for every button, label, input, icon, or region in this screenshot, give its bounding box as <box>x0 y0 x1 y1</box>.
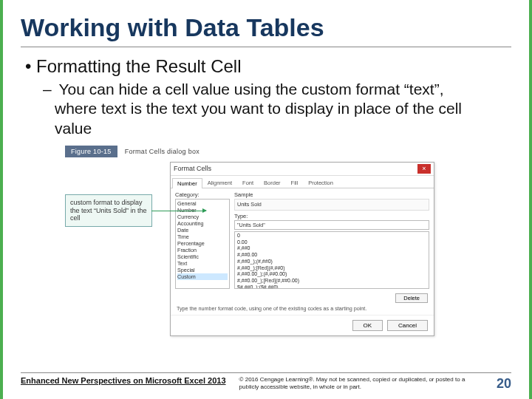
slide-footer: Enhanced New Perspectives on Microsoft E… <box>21 372 511 392</box>
dialog-tabs: Number Alignment Font Border Fill Protec… <box>171 176 434 188</box>
close-icon[interactable]: × <box>417 164 431 174</box>
category-item[interactable]: Accounting <box>177 220 228 227</box>
right-column: Sample Units Sold Type: "Units Sold" 0 0… <box>234 191 429 289</box>
delete-row: Delete <box>171 292 434 303</box>
figure-badge: Figure 10-15 <box>65 146 117 157</box>
type-input[interactable]: "Units Sold" <box>234 220 429 230</box>
category-item[interactable]: Scientific <box>177 253 228 260</box>
category-item[interactable]: Special <box>177 267 228 273</box>
cancel-button[interactable]: Cancel <box>387 320 428 331</box>
tab-fill[interactable]: Fill <box>286 177 304 188</box>
category-column: Category: General Number Currency Accoun… <box>175 191 230 289</box>
figure-caption: Format Cells dialog box <box>125 148 200 155</box>
slide-title: Working with Data Tables <box>21 13 511 47</box>
callout-column: custom format to display the text “Units… <box>65 162 170 227</box>
category-item[interactable]: Date <box>177 227 228 233</box>
category-item[interactable]: General <box>177 200 228 207</box>
sample-label: Sample <box>234 191 429 198</box>
slide: Working with Data Tables Formatting the … <box>0 0 532 399</box>
delete-button[interactable]: Delete <box>395 293 428 303</box>
figure: Figure 10-15 Format Cells dialog box cus… <box>65 146 511 336</box>
callout-box: custom format to display the text “Units… <box>65 194 152 227</box>
format-item[interactable]: 0 <box>237 233 426 239</box>
bullet-level-2: – You can hide a cell value using the cu… <box>55 80 482 138</box>
format-item[interactable]: #,##0_);(#,##0) <box>237 259 426 265</box>
tab-number[interactable]: Number <box>172 178 202 188</box>
bullet-level-1: Formatting the Result Cell <box>25 56 511 77</box>
callout-text: custom format to display the text “Units… <box>70 199 147 222</box>
dialog-title: Format Cells <box>174 165 211 172</box>
format-cells-dialog: Format Cells × Number Alignment Font Bor… <box>170 162 434 336</box>
bullet2-text: You can hide a cell value using the cust… <box>55 81 462 137</box>
dash-icon: – <box>43 80 55 99</box>
format-item[interactable]: #,##0 <box>237 245 426 252</box>
category-item[interactable]: Text <box>177 260 228 267</box>
category-item-selected[interactable]: Custom <box>177 273 228 280</box>
footer-book-title: Enhanced New Perspectives on Microsoft E… <box>21 376 226 385</box>
bullet1-text: Formatting the Result Cell <box>36 56 241 76</box>
format-item[interactable]: #,##0.00_);[Red](#,##0.00) <box>237 278 426 284</box>
format-item[interactable]: $#,##0_);($#,##0) <box>237 284 426 289</box>
figure-header: Figure 10-15 Format Cells dialog box <box>65 146 511 157</box>
format-item[interactable]: 0.00 <box>237 239 426 246</box>
dialog-buttons: OK Cancel <box>171 315 434 335</box>
tab-font[interactable]: Font <box>237 177 259 188</box>
figure-body: custom format to display the text “Units… <box>65 162 511 336</box>
format-item[interactable]: #,##0.00_);(#,##0.00) <box>237 271 426 278</box>
tab-alignment[interactable]: Alignment <box>202 177 237 188</box>
sample-box: Units Sold <box>234 199 429 211</box>
category-item[interactable]: Fraction <box>177 247 228 253</box>
category-item[interactable]: Percentage <box>177 240 228 247</box>
dialog-titlebar: Format Cells × <box>171 163 434 176</box>
category-item[interactable]: Currency <box>177 214 228 220</box>
tab-protection[interactable]: Protection <box>303 177 338 188</box>
format-item[interactable]: #,##0_);[Red](#,##0) <box>237 265 426 272</box>
format-list[interactable]: 0 0.00 #,##0 #,##0.00 #,##0_);(#,##0) #,… <box>234 231 429 289</box>
page-number: 20 <box>497 376 511 392</box>
arrow-icon <box>151 211 206 211</box>
tab-border[interactable]: Border <box>259 177 286 188</box>
category-label: Category: <box>175 191 230 198</box>
footer-copyright: © 2016 Cengage Learning®. May not be sca… <box>239 376 483 390</box>
type-label: Type: <box>234 213 429 219</box>
ok-button[interactable]: OK <box>352 320 383 331</box>
dialog-body: Category: General Number Currency Accoun… <box>171 188 434 292</box>
dialog-hint: Type the number format code, using one o… <box>171 303 434 312</box>
format-item[interactable]: #,##0.00 <box>237 252 426 259</box>
category-item[interactable]: Time <box>177 233 228 240</box>
